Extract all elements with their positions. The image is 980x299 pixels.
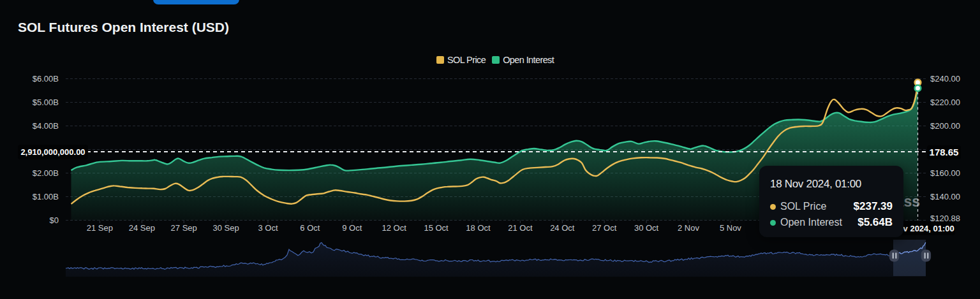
svg-text:21 Sep: 21 Sep [87, 223, 113, 233]
svg-text:$6.00B: $6.00B [33, 74, 59, 84]
svg-text:18 Oct: 18 Oct [466, 223, 491, 233]
svg-text:12 Oct: 12 Oct [382, 223, 407, 233]
svg-text:2 Nov: 2 Nov [678, 223, 699, 233]
svg-text:$2.00B: $2.00B [33, 168, 59, 178]
svg-text:$220.00: $220.00 [930, 98, 960, 107]
svg-text:24 Oct: 24 Oct [550, 223, 575, 233]
svg-text:30 Sep: 30 Sep [212, 223, 239, 233]
svg-text:$4.00B: $4.00B [33, 121, 59, 131]
svg-text:30 Oct: 30 Oct [634, 223, 659, 233]
svg-text:21 Oct: 21 Oct [508, 223, 533, 233]
svg-text:24 Sep: 24 Sep [129, 223, 155, 233]
svg-text:3 Oct: 3 Oct [258, 223, 278, 233]
svg-text:5 Nov: 5 Nov [720, 223, 741, 233]
svg-text:27 Oct: 27 Oct [592, 223, 617, 233]
svg-text:$0: $0 [50, 215, 59, 225]
svg-text:27 Sep: 27 Sep [171, 223, 197, 233]
svg-text:$160.00: $160.00 [930, 168, 960, 178]
svg-text:6 Oct: 6 Oct [300, 223, 320, 233]
svg-text:15 Oct: 15 Oct [424, 223, 449, 233]
svg-text:$200.00: $200.00 [930, 121, 960, 131]
svg-text:$240.00: $240.00 [930, 74, 960, 84]
svg-text:$140.00: $140.00 [930, 192, 960, 201]
svg-text:$5.00B: $5.00B [33, 98, 59, 107]
svg-text:9 Oct: 9 Oct [342, 223, 362, 233]
svg-text:$1.00B: $1.00B [33, 192, 59, 201]
